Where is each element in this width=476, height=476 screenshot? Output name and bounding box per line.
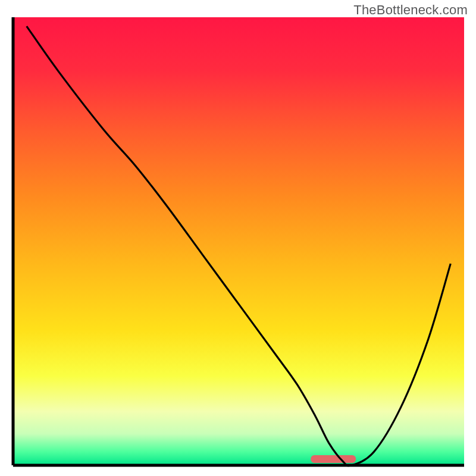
plot-background: [13, 17, 464, 465]
bottleneck-chart: [0, 0, 476, 476]
chart-container: TheBottleneck.com: [0, 0, 476, 476]
min-marker: [311, 455, 356, 463]
